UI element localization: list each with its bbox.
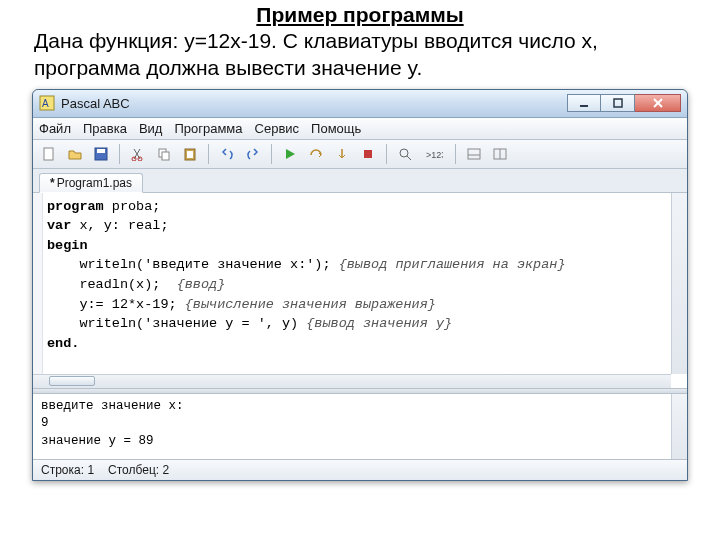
status-row: Строка: 1 <box>41 463 94 477</box>
output-panel: введите значение x: 9 значение y = 89 <box>33 394 687 460</box>
svg-rect-6 <box>44 148 53 160</box>
file-tab[interactable]: *Program1.pas <box>39 173 143 193</box>
status-col: Столбец: 2 <box>108 463 169 477</box>
menu-program[interactable]: Программа <box>174 121 242 136</box>
eval-button[interactable] <box>394 143 416 165</box>
stop-button[interactable] <box>357 143 379 165</box>
app-icon: A <box>39 95 55 111</box>
step-into-button[interactable] <box>331 143 353 165</box>
file-tab-label: Program1.pas <box>57 176 132 190</box>
maximize-button[interactable] <box>601 94 635 112</box>
output-toggle-button[interactable]: >123 <box>420 143 448 165</box>
svg-rect-3 <box>614 99 622 107</box>
svg-line-20 <box>407 156 411 160</box>
menubar: Файл Правка Вид Программа Сервис Помощь <box>33 118 687 140</box>
menu-view[interactable]: Вид <box>139 121 163 136</box>
menu-service[interactable]: Сервис <box>255 121 300 136</box>
svg-rect-16 <box>187 151 193 158</box>
slide-body: Дана функция: y=12x-19. С клавиатуры вво… <box>34 28 686 81</box>
code-content: program proba; var x, y: real; begin wri… <box>47 197 669 372</box>
run-button[interactable] <box>279 143 301 165</box>
toolbar: >123 <box>33 140 687 169</box>
modified-indicator: * <box>50 176 55 190</box>
svg-point-19 <box>400 149 408 157</box>
svg-rect-8 <box>97 149 105 153</box>
svg-text:A: A <box>42 98 49 109</box>
titlebar: A Pascal ABC <box>33 90 687 118</box>
menu-edit[interactable]: Правка <box>83 121 127 136</box>
menu-help[interactable]: Помощь <box>311 121 361 136</box>
undo-button[interactable] <box>216 143 238 165</box>
cut-button[interactable] <box>127 143 149 165</box>
tabbar: *Program1.pas <box>33 169 687 193</box>
app-window: A Pascal ABC Файл Правка Вид Программа С… <box>32 89 688 481</box>
svg-rect-22 <box>468 149 480 159</box>
svg-text:>123: >123 <box>426 150 443 160</box>
copy-button[interactable] <box>153 143 175 165</box>
panel1-button[interactable] <box>463 143 485 165</box>
slide-title: Пример программы <box>34 2 686 28</box>
svg-rect-14 <box>162 152 169 160</box>
statusbar: Строка: 1 Столбец: 2 <box>33 460 687 480</box>
menu-file[interactable]: Файл <box>39 121 71 136</box>
editor-hscrollbar[interactable] <box>33 374 671 388</box>
close-button[interactable] <box>635 94 681 112</box>
hscroll-thumb[interactable] <box>49 376 95 386</box>
svg-rect-18 <box>364 150 372 158</box>
new-file-button[interactable] <box>38 143 60 165</box>
code-editor[interactable]: program proba; var x, y: real; begin wri… <box>33 193 687 389</box>
step-over-button[interactable] <box>305 143 327 165</box>
output-vscrollbar[interactable] <box>671 394 687 459</box>
open-button[interactable] <box>64 143 86 165</box>
panel2-button[interactable] <box>489 143 511 165</box>
editor-gutter <box>33 193 43 374</box>
save-button[interactable] <box>90 143 112 165</box>
redo-button[interactable] <box>242 143 264 165</box>
editor-vscrollbar[interactable] <box>671 193 687 374</box>
paste-button[interactable] <box>179 143 201 165</box>
minimize-button[interactable] <box>567 94 601 112</box>
window-title: Pascal ABC <box>61 96 130 111</box>
window-controls <box>567 94 681 112</box>
